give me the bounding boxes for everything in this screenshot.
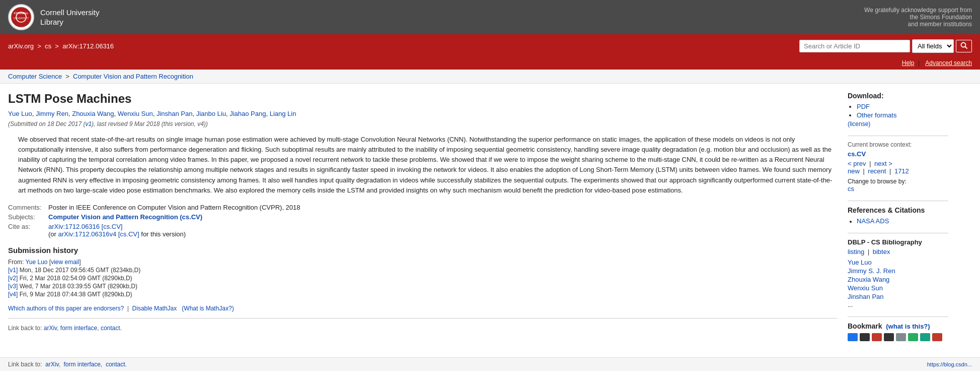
v1-history-link[interactable]: [v1] [8,267,18,274]
v2-history-link[interactable]: [v2] [8,275,18,282]
author-zhouxia-wang[interactable]: Zhouxia Wang [72,110,114,117]
search-button[interactable] [956,40,972,52]
link-contact[interactable]: contact [101,325,120,332]
nasa-ads-link[interactable]: NASA ADS [857,217,889,225]
endorsers-link[interactable]: Which authors of this paper are endorser… [8,305,124,312]
ref-citations-title: References & Citations [848,206,948,214]
breadcrumb-cs[interactable]: cs [45,42,51,50]
bottom-form-link[interactable]: form interface [64,361,101,368]
endorsers-line: Which authors of this paper are endorser… [8,305,838,312]
bottom-link-back: Link back to: arXiv, form interface, con… [8,361,127,368]
author-yue-luo[interactable]: Yue Luo [8,110,32,117]
search-bar: arXiv.org > cs > arXiv:1712.06316 All fi… [0,34,980,58]
bottom-arxiv-link[interactable]: arXiv [45,361,58,368]
bookmark-icon-6[interactable] [908,333,918,341]
bookmark-icon-1[interactable] [848,333,858,341]
paper-submitted: (Submitted on 18 Dec 2017 (v1), last rev… [8,120,838,128]
arxiv-cite-link[interactable]: arXiv:1712.06316 [cs.CV] [48,223,122,230]
v4-history-link[interactable]: [v4] [8,291,18,298]
author-jinshan-pan[interactable]: Jinshan Pan [157,110,193,117]
author-jimmy-ren[interactable]: Jimmy Ren [36,110,68,117]
bookmark-icons[interactable] [848,333,948,341]
bookmark-icon-7[interactable] [920,333,930,341]
metadata-table: Comments: Poster in IEEE Conference on C… [8,204,838,238]
browse-number-link[interactable]: 1712 [894,167,909,175]
subject-cs-link[interactable]: Computer Science [8,73,62,80]
search-input[interactable] [799,40,910,52]
bookmark-icon-5[interactable] [896,333,906,341]
dblp-bibtex-link[interactable]: bibtex [873,248,890,256]
cite-value: arXiv:1712.06316 [cs.CV] (or arXiv:1712.… [48,223,186,238]
paper-title: LSTM Pose Machines [8,92,838,106]
sidebar-bookmark: Bookmark (what is this?) [848,322,948,341]
browse-next-link[interactable]: next > [874,160,892,167]
author-wenxiu-sun[interactable]: Wenxiu Sun [118,110,153,117]
search-field-select[interactable]: All fields [912,39,954,53]
svg-line-5 [965,47,967,49]
dblp-author-2[interactable]: Jimmy S. J. Ren [848,267,948,275]
breadcrumb-arxiv[interactable]: arXiv.org [8,42,34,50]
svg-text:UNIVERSITY: UNIVERSITY [14,17,29,20]
bookmark-what-is-link[interactable]: (what is this?) [886,323,930,330]
dblp-author-5[interactable]: Jinshan Pan [848,293,948,300]
dblp-author-1[interactable]: Yue Luo [848,259,948,266]
history-v3: [v3] Wed, 7 Mar 2018 03:39:55 GMT (8290k… [8,283,838,290]
change-browse-cs-link[interactable]: cs [848,185,854,193]
browse-context-cs-link[interactable]: cs.CV [848,150,866,158]
abstract-text: We observed that recent state-of-the-art… [8,135,838,196]
dblp-more: ... [848,301,853,308]
browse-nav: < prev | next > new | recent | 1712 [848,160,948,175]
browse-recent-link[interactable]: recent [868,167,886,175]
author-jiahao-pang[interactable]: Jiahao Pang [230,110,266,117]
author-liang-lin[interactable]: Liang Lin [270,110,296,117]
license-link[interactable]: (license) [848,120,870,128]
paper-authors: Yue Luo, Jimmy Ren, Zhouxia Wang, Wenxiu… [8,110,838,117]
disable-mathjax-link[interactable]: Disable MathJax [132,305,177,312]
help-link[interactable]: Help [902,59,915,67]
history-v4: [v4] Fri, 9 Mar 2018 07:44:38 GMT (8290k… [8,291,838,298]
other-formats-link[interactable]: Other formats [857,111,896,119]
link-form-interface[interactable]: form interface [60,325,97,332]
bottom-bar: Link back to: arXiv, form interface, con… [0,357,980,371]
subjects-label: Subjects: [8,213,48,221]
sidebar-download: Download: PDF Other formats (license) [848,92,948,128]
acknowledgement: We gratefully acknowledge support from t… [864,7,972,28]
change-browse-label: Change to browse by: [848,178,907,185]
submission-history-title: Submission history [8,246,838,255]
view-email-link[interactable]: view email [51,259,79,266]
history-author-link[interactable]: Yue Luo [25,259,47,266]
bookmark-icon-3[interactable] [872,333,882,341]
bookmark-icon-2[interactable] [860,333,870,341]
browse-new-link[interactable]: new [848,167,860,175]
sidebar-divider-4 [848,316,948,317]
browse-prev-link[interactable]: < prev [848,160,866,167]
dblp-author-4[interactable]: Wenxiu Sun [848,284,948,292]
subjects-value: Computer Vision and Pattern Recognition … [48,213,202,221]
dblp-listing-link[interactable]: listing [848,248,864,256]
bookmark-icon-4[interactable] [884,333,894,341]
sidebar-dblp: DBLP - CS Bibliography listing | bibtex … [848,238,948,308]
browse-context-label: Current browse context: [848,141,948,148]
metadata-cite: Cite as: arXiv:1712.06316 [cs.CV] (or ar… [8,223,838,238]
metadata-subjects: Subjects: Computer Vision and Pattern Re… [8,213,838,221]
subjects-cvpr-link[interactable]: Computer Vision and Pattern Recognition … [48,213,202,221]
pdf-download-link[interactable]: PDF [857,103,870,110]
link-arxiv[interactable]: arXiv [44,325,57,332]
cite-label: Cite as: [8,223,48,230]
v1-link[interactable]: v1 [85,120,92,128]
search-links: Help | Advanced search [0,58,980,70]
bottom-contact-link[interactable]: contact [106,361,125,368]
sidebar-divider-1 [848,136,948,136]
author-jianbo-liu[interactable]: Jianbo Liu [196,110,226,117]
sidebar-browse-context: Current browse context: cs.CV < prev | n… [848,141,948,193]
advanced-search-link[interactable]: Advanced search [925,59,972,67]
arxiv-cite-v4-link[interactable]: arXiv:1712.06316v4 [cs.CV] [58,230,139,238]
dblp-author-3[interactable]: Zhouxia Wang [848,276,948,283]
bookmark-icon-8[interactable] [932,333,942,341]
subject-cvpr-link[interactable]: Computer Vision and Pattern Recognition [73,73,193,80]
v3-history-link[interactable]: [v3] [8,283,18,290]
what-is-mathjax-link[interactable]: (What is MathJax?) [182,305,234,312]
change-browse: Change to browse by: cs [848,178,948,193]
bottom-url: https://blog.csdn... [927,361,972,367]
sidebar: Download: PDF Other formats (license) Cu… [848,92,948,349]
